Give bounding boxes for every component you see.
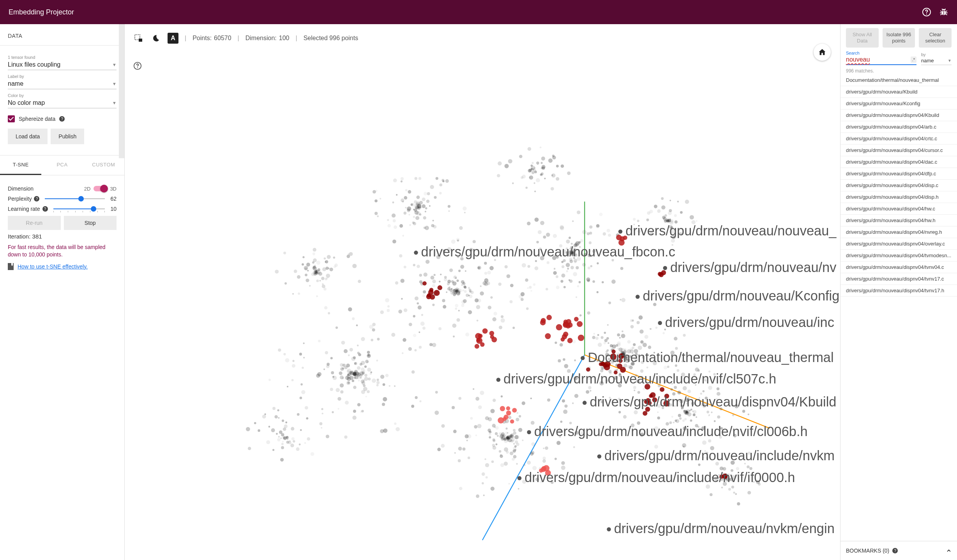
svg-point-809 (522, 401, 526, 405)
svg-point-1315 (578, 335, 584, 341)
svg-point-101 (342, 377, 344, 380)
help-icon[interactable]: ? (892, 548, 898, 553)
help-icon[interactable]: ? (34, 196, 39, 201)
svg-point-339 (465, 332, 469, 336)
perplexity-slider[interactable] (45, 198, 105, 199)
svg-point-301 (447, 280, 451, 283)
search-by-select[interactable]: name ▼ (921, 58, 952, 65)
svg-point-118 (370, 373, 372, 375)
label-by-select[interactable]: name ▼ (8, 79, 117, 89)
svg-point-971 (448, 205, 450, 208)
svg-point-1077 (305, 279, 309, 282)
svg-point-779 (491, 487, 494, 491)
svg-point-1394 (658, 321, 662, 325)
tsne-doc-link[interactable]: How to use t-SNE effectively. (18, 263, 88, 270)
svg-point-26 (299, 353, 302, 355)
label-by-value: name (8, 80, 23, 87)
svg-point-277 (404, 308, 408, 312)
select-box-icon[interactable] (133, 33, 144, 44)
result-item[interactable]: drivers/gpu/drm/nouveau/dispnv04/overlay… (840, 238, 957, 250)
svg-point-1027 (297, 275, 300, 279)
stop-button[interactable]: Stop (64, 216, 117, 230)
result-item[interactable]: Documentation/thermal/nouveau_thermal (840, 74, 957, 86)
result-item[interactable]: drivers/gpu/drm/nouveau/Kconfig (840, 98, 957, 110)
svg-point-96 (367, 368, 371, 372)
svg-point-914 (671, 416, 673, 418)
svg-point-254 (463, 299, 467, 303)
svg-point-797 (485, 416, 489, 420)
sphereize-checkbox[interactable] (8, 115, 15, 122)
result-item[interactable]: drivers/gpu/drm/nouveau/dispnv04/nvreg.h (840, 226, 957, 238)
tab-pca[interactable]: PCA (41, 155, 83, 175)
result-item[interactable]: drivers/gpu/drm/nouveau/dispnv04/tvnv17.… (840, 285, 957, 297)
svg-point-137 (402, 352, 404, 354)
result-item[interactable]: drivers/gpu/drm/nouveau/dispnv04/disp.c (840, 180, 957, 191)
svg-point-314 (418, 331, 420, 333)
result-item[interactable]: drivers/gpu/drm/nouveau/dispnv04/tvnv17.… (840, 273, 957, 285)
regex-toggle[interactable]: .* (911, 57, 916, 63)
result-item[interactable]: drivers/gpu/drm/nouveau/dispnv04/cursor.… (840, 145, 957, 156)
svg-point-1314 (556, 324, 562, 330)
clear-selection-button[interactable]: Clear selection (919, 28, 952, 48)
svg-point-281 (449, 288, 452, 291)
tab-tsne[interactable]: T-SNE (0, 155, 41, 175)
result-item[interactable]: drivers/gpu/drm/nouveau/dispnv04/crtc.c (840, 133, 957, 145)
svg-point-1012 (404, 196, 407, 200)
result-item[interactable]: drivers/gpu/drm/nouveau/dispnv04/Kbuild (840, 110, 957, 121)
svg-point-1243 (531, 168, 533, 170)
load-data-button[interactable]: Load data (8, 129, 48, 144)
svg-point-433 (556, 276, 558, 278)
svg-point-1208 (521, 176, 523, 179)
result-item[interactable]: drivers/gpu/drm/nouveau/Kbuild (840, 86, 957, 98)
svg-point-1084 (317, 272, 320, 275)
svg-point-905 (687, 390, 691, 393)
help-icon[interactable] (922, 7, 931, 17)
labels-mode-icon[interactable]: A (168, 33, 178, 44)
svg-point-1259 (669, 200, 671, 201)
svg-point-59 (369, 325, 373, 329)
bug-icon[interactable] (939, 7, 948, 17)
svg-point-1327 (586, 367, 590, 372)
rerun-button[interactable]: Re-run (8, 216, 61, 230)
svg-point-973 (431, 224, 434, 227)
search-input[interactable]: nouveau (846, 56, 870, 63)
publish-button[interactable]: Publish (51, 129, 84, 144)
isolate-button[interactable]: Isolate 996 points (883, 28, 915, 48)
svg-point-981 (464, 212, 466, 213)
reset-view-button[interactable] (814, 44, 831, 61)
svg-point-87 (326, 435, 329, 438)
dimension-toggle[interactable] (94, 186, 107, 191)
result-item[interactable]: drivers/gpu/drm/nouveau/dispnv04/dfp.c (840, 168, 957, 180)
result-item[interactable]: drivers/gpu/drm/nouveau/dispnv04/arb.c (840, 121, 957, 133)
show-all-button[interactable]: Show All Data (846, 28, 879, 48)
svg-point-1335 (489, 331, 494, 336)
svg-point-544 (674, 337, 678, 341)
svg-point-466 (572, 220, 574, 222)
result-item[interactable]: drivers/gpu/drm/nouveau/dispnv04/dac.c (840, 156, 957, 168)
help-icon[interactable] (133, 62, 142, 70)
result-item[interactable]: drivers/gpu/drm/nouveau/dispnv04/tvmodes… (840, 250, 957, 261)
svg-point-486 (592, 336, 595, 339)
svg-point-183 (317, 372, 321, 376)
svg-point-278 (418, 306, 422, 309)
svg-point-1010 (394, 226, 397, 229)
night-mode-icon[interactable] (150, 33, 161, 44)
svg-point-1236 (512, 182, 514, 184)
svg-point-148 (352, 317, 355, 320)
result-item[interactable]: drivers/gpu/drm/nouveau/dispnv04/tvnv04.… (840, 261, 957, 273)
svg-point-841 (703, 390, 705, 392)
projection-canvas[interactable]: A | Points: 60570 | Dimension: 100 | Sel… (125, 24, 840, 560)
tensor-select[interactable]: Linux files coupling ▼ (8, 60, 117, 70)
svg-point-1265 (685, 200, 689, 204)
svg-point-667 (562, 399, 565, 403)
result-item[interactable]: drivers/gpu/drm/nouveau/dispnv04/disp.h (840, 191, 957, 203)
help-icon[interactable]: ? (59, 116, 65, 122)
bookmarks-toggle[interactable]: BOOKMARKS (0) ? (840, 541, 957, 560)
help-icon[interactable]: ? (42, 206, 48, 212)
result-item[interactable]: drivers/gpu/drm/nouveau/dispnv04/hw.c (840, 203, 957, 215)
learning-rate-slider[interactable] (53, 208, 105, 209)
tab-custom[interactable]: CUSTOM (83, 155, 124, 175)
result-item[interactable]: drivers/gpu/drm/nouveau/dispnv04/hw.h (840, 215, 957, 226)
svg-point-411 (553, 271, 557, 275)
color-by-select[interactable]: No color map ▼ (8, 98, 117, 108)
